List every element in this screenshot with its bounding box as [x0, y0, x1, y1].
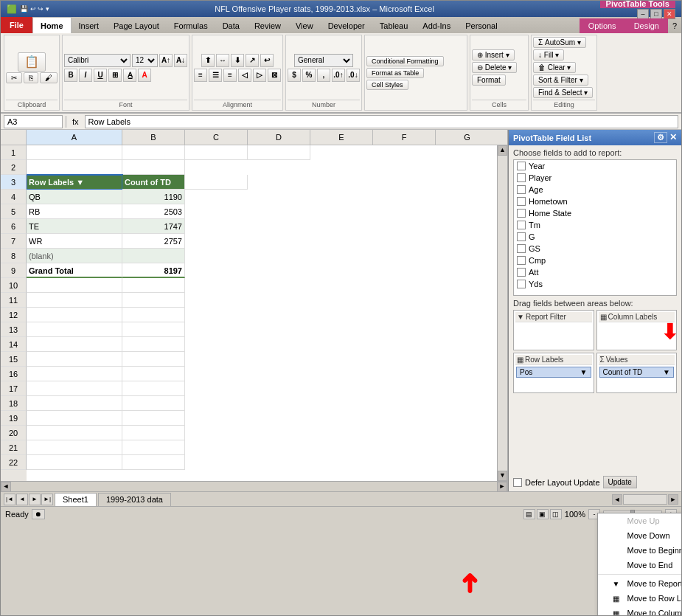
- col-header-e[interactable]: E: [310, 130, 373, 145]
- tab-options[interactable]: Options: [580, 18, 625, 33]
- font-name-select[interactable]: Calibri: [64, 54, 131, 67]
- number-format-select[interactable]: General: [294, 54, 353, 67]
- pivot-panel-close-icon[interactable]: ✕: [669, 132, 677, 143]
- sort-filter-button[interactable]: Sort & Filter ▾: [533, 75, 588, 86]
- cell-b22[interactable]: [122, 455, 185, 470]
- font-size-select[interactable]: 12: [132, 54, 158, 67]
- cell-b13[interactable]: [122, 322, 185, 337]
- col-header-f[interactable]: F: [373, 130, 436, 145]
- font-color-button[interactable]: A: [138, 69, 151, 82]
- delete-button[interactable]: ⊖ Delete ▾: [472, 62, 517, 73]
- values-item-arrow[interactable]: ▼: [663, 368, 670, 376]
- cell-b6[interactable]: 1747: [122, 219, 185, 234]
- close-button[interactable]: ✕: [664, 9, 675, 19]
- field-item-homestate[interactable]: Home State: [514, 207, 676, 219]
- field-item-att[interactable]: Att: [514, 266, 676, 278]
- cell-b16[interactable]: [122, 367, 185, 381]
- field-item-age[interactable]: Age: [514, 184, 676, 195]
- field-item-cmp[interactable]: Cmp: [514, 255, 676, 266]
- tab-formulas[interactable]: Formulas: [167, 18, 215, 33]
- format-painter-button[interactable]: 🖌: [40, 72, 58, 83]
- cell-b20[interactable]: [122, 426, 185, 440]
- cell-a16[interactable]: [27, 367, 122, 381]
- cell-a2[interactable]: [27, 160, 122, 175]
- menu-item-move-end[interactable]: Move to End: [598, 558, 683, 572]
- merge-button[interactable]: ⊠: [268, 69, 281, 82]
- scroll-track[interactable]: [498, 156, 507, 471]
- field-item-gs[interactable]: GS: [514, 243, 676, 255]
- tab-insert[interactable]: Insert: [72, 18, 107, 33]
- row-labels-item[interactable]: Pos ▼: [516, 367, 591, 378]
- cell-a6[interactable]: TE: [27, 219, 122, 234]
- cell-a21[interactable]: [27, 440, 122, 455]
- col-header-b[interactable]: B: [122, 130, 185, 145]
- field-checkbox-gs[interactable]: [517, 244, 526, 253]
- h-scroll-left-btn[interactable]: ◄: [612, 494, 622, 505]
- field-checkbox-age[interactable]: [517, 185, 526, 194]
- sheet-tab-sheet1[interactable]: Sheet1: [55, 493, 97, 506]
- cell-b10[interactable]: [122, 278, 185, 293]
- formula-input[interactable]: [85, 115, 678, 128]
- field-checkbox-yds[interactable]: [517, 280, 526, 288]
- cell-b9[interactable]: 8197: [122, 263, 185, 278]
- cell-b15[interactable]: [122, 352, 185, 367]
- cell-reference-box[interactable]: A3: [4, 115, 63, 128]
- minimize-button[interactable]: –: [637, 9, 649, 19]
- col-header-d[interactable]: D: [248, 130, 310, 145]
- cell-b11[interactable]: [122, 293, 185, 308]
- menu-item-move-beginning[interactable]: Move to Beginning: [598, 543, 683, 558]
- scroll-right-button[interactable]: ►: [497, 482, 507, 492]
- field-checkbox-homestate[interactable]: [517, 209, 526, 218]
- align-bottom-button[interactable]: ⬇: [231, 54, 244, 67]
- h-scroll-thumb[interactable]: [623, 494, 667, 505]
- scroll-left-button[interactable]: ◄: [1, 482, 11, 492]
- pivot-panel-settings-icon[interactable]: ⚙: [654, 132, 667, 143]
- decrease-font-button[interactable]: A↓: [174, 54, 187, 67]
- sheet-nav-first[interactable]: |◄: [4, 494, 15, 505]
- cell-a14[interactable]: [27, 337, 122, 352]
- defer-checkbox[interactable]: [513, 478, 522, 487]
- col-header-c[interactable]: C: [185, 130, 248, 145]
- field-checkbox-hometown[interactable]: [517, 197, 526, 206]
- col-header-a[interactable]: A: [27, 130, 122, 145]
- cell-b17[interactable]: [122, 381, 185, 396]
- field-item-tm[interactable]: Tm: [514, 219, 676, 231]
- tab-data[interactable]: Data: [215, 18, 247, 33]
- sheet-tab-1999-2013[interactable]: 1999-2013 data: [98, 493, 171, 506]
- cell-b2[interactable]: [122, 160, 185, 175]
- field-item-year[interactable]: Year: [514, 160, 676, 172]
- cell-b1[interactable]: [122, 145, 185, 160]
- field-item-hometown[interactable]: Hometown: [514, 195, 676, 207]
- cell-a20[interactable]: [27, 426, 122, 440]
- align-top-button[interactable]: ⬆: [201, 54, 215, 67]
- cell-a10[interactable]: [27, 278, 122, 293]
- cell-a22[interactable]: [27, 455, 122, 470]
- indent-decrease-button[interactable]: ◁: [238, 69, 251, 82]
- insert-button[interactable]: ⊕ Insert ▾: [472, 49, 515, 60]
- maximize-button[interactable]: □: [650, 9, 662, 19]
- window-controls[interactable]: – □ ✕: [637, 9, 675, 19]
- cell-a4[interactable]: QB: [27, 190, 122, 204]
- cell-b14[interactable]: [122, 337, 185, 352]
- h-scroll-right-btn[interactable]: ►: [668, 494, 678, 505]
- align-left-button[interactable]: ≡: [194, 69, 207, 82]
- function-wizard-button[interactable]: fx: [69, 117, 82, 126]
- cell-b4[interactable]: 1190: [122, 190, 185, 204]
- cell-a1[interactable]: [27, 145, 122, 160]
- cell-a8[interactable]: (blank): [27, 249, 122, 263]
- cell-b18[interactable]: [122, 396, 185, 411]
- tab-page-layout[interactable]: Page Layout: [106, 18, 167, 33]
- update-button[interactable]: Update: [603, 476, 637, 488]
- cell-b8[interactable]: [122, 249, 185, 263]
- indent-increase-button[interactable]: ▷: [253, 69, 266, 82]
- cell-b19[interactable]: [122, 411, 185, 426]
- field-checkbox-player[interactable]: [517, 173, 526, 182]
- menu-item-move-down[interactable]: Move Down: [598, 528, 683, 543]
- conditional-formatting-button[interactable]: Conditional Formatting: [366, 56, 444, 66]
- page-break-view-button[interactable]: ◫: [550, 509, 562, 519]
- currency-button[interactable]: $: [288, 69, 301, 82]
- field-checkbox-cmp[interactable]: [517, 256, 526, 265]
- percent-button[interactable]: %: [302, 69, 316, 82]
- menu-item-report-filter[interactable]: ▼ Move to Report Filter: [598, 576, 683, 591]
- tab-design[interactable]: Design: [625, 18, 668, 33]
